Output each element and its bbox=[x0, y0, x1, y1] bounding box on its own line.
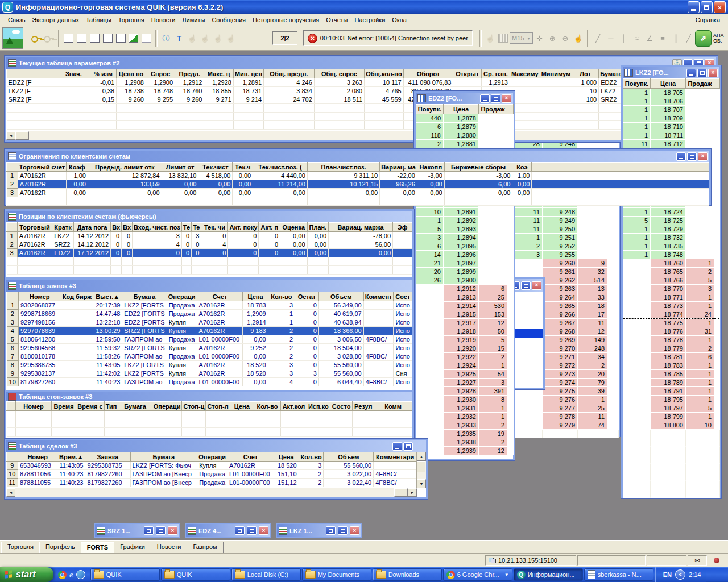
chrome-icon[interactable] bbox=[58, 571, 67, 579]
column-header[interactable] bbox=[7, 223, 18, 232]
column-header[interactable]: Лот bbox=[572, 69, 599, 78]
column-header[interactable]: Торговый счет bbox=[18, 163, 66, 172]
column-header[interactable]: Время с bbox=[76, 402, 104, 411]
table-row[interactable] bbox=[7, 419, 412, 428]
language-indicator[interactable]: EN bbox=[663, 571, 672, 578]
column-header[interactable]: Общ.кол-во bbox=[365, 69, 403, 78]
window-titlebar[interactable]: Таблица сделок #3 bbox=[6, 440, 426, 452]
book-column-header[interactable]: Продаж bbox=[479, 105, 507, 114]
book-row[interactable]: 1,2914530 bbox=[416, 302, 514, 310]
taskbar-button-quik1[interactable]: QUIK bbox=[90, 568, 160, 581]
window-lkz2-depth[interactable]: LKZ2 [FO... × Покупк.ЦенаПродаж118 70511… bbox=[621, 65, 721, 498]
window-orders[interactable]: Таблица заявок #3 НомерКод биржВыст.▲Бум… bbox=[5, 278, 414, 392]
column-header[interactable]: Общ. спрос bbox=[314, 69, 364, 78]
menu-item-7[interactable]: Неторговые поручения bbox=[249, 15, 322, 24]
zoom-in-icon[interactable]: ⊕ bbox=[547, 32, 559, 44]
close-button[interactable]: × bbox=[350, 526, 359, 535]
menu-item-3[interactable]: Торговля bbox=[115, 15, 148, 24]
book-row[interactable] bbox=[623, 455, 720, 464]
volume-chart-icon[interactable] bbox=[497, 32, 509, 44]
column-header[interactable]: Стоп-л bbox=[206, 402, 230, 411]
table-row[interactable]: 4929707863913:00:29SRZ2 [FORTSКупляA7016… bbox=[7, 327, 412, 335]
book-row[interactable]: 118 735 bbox=[623, 242, 720, 251]
column-header[interactable]: Оборот bbox=[403, 69, 453, 78]
minimized-window-srz[interactable]: SRZ 1... × bbox=[94, 523, 180, 538]
book-row[interactable]: 1,29195 bbox=[416, 336, 514, 344]
column-header[interactable]: Мин. цен bbox=[233, 69, 263, 78]
window-stop-orders[interactable]: Таблица стоп-заявок #3 НомерВремяВремя с… bbox=[5, 390, 414, 439]
column-header[interactable]: Коэ bbox=[512, 163, 532, 172]
book-row[interactable]: 1,29126 bbox=[416, 285, 514, 293]
table-row[interactable]: SRZ2 [F0,159 2609 2559 2609 2719 21424 7… bbox=[7, 95, 716, 104]
column-header[interactable]: Счет bbox=[228, 452, 274, 462]
table-row[interactable]: 3A70162REDZ217.12.2012000000000,000,000,… bbox=[7, 249, 412, 257]
column-header[interactable]: Тип bbox=[104, 402, 118, 411]
vline-tool-icon[interactable]: │ bbox=[618, 32, 630, 44]
book-row[interactable]: 119 250 bbox=[514, 225, 619, 234]
book-row[interactable]: 18 7711 bbox=[623, 293, 720, 302]
chart-hand-icon[interactable]: ☝ bbox=[485, 32, 497, 44]
book-row[interactable]: 1118 712 bbox=[623, 140, 720, 148]
column-header[interactable] bbox=[7, 402, 16, 411]
hline-tool-icon[interactable]: ─ bbox=[605, 32, 617, 44]
book-row[interactable] bbox=[623, 430, 720, 438]
minimize-button[interactable] bbox=[480, 94, 490, 103]
hand-tool-icon-4[interactable]: ☝ bbox=[225, 32, 237, 44]
book-row[interactable]: 18 7831 bbox=[623, 361, 720, 370]
book-row[interactable]: 9 2609 bbox=[514, 259, 619, 268]
column-header[interactable]: Цена по bbox=[117, 69, 146, 78]
book-row[interactable]: 18 7991 bbox=[623, 413, 720, 421]
connect-picture-button[interactable] bbox=[2, 27, 23, 49]
column-header[interactable]: Минимум bbox=[540, 69, 572, 78]
book-row[interactable]: 118 710 bbox=[623, 123, 720, 131]
restore-button[interactable] bbox=[326, 526, 336, 535]
book-row[interactable] bbox=[623, 438, 720, 447]
taskbar-button-chrome-group[interactable]: 6 Google Chr... ▼ bbox=[443, 568, 512, 581]
horizontal-scrollbar[interactable]: ◄ ► bbox=[6, 488, 417, 497]
scroll-up-button[interactable]: ▲ bbox=[417, 452, 426, 461]
mail-panel[interactable]: ✉ bbox=[688, 555, 707, 566]
column-header[interactable]: Оценка bbox=[280, 223, 307, 232]
close-button[interactable]: × bbox=[168, 526, 177, 535]
book-row[interactable] bbox=[623, 447, 720, 455]
column-header[interactable]: Счет bbox=[197, 292, 243, 301]
window-titlebar[interactable]: Ограничения по клиентским счетам × bbox=[6, 151, 709, 162]
book-row[interactable]: 1,29222 bbox=[416, 353, 514, 361]
table-row[interactable] bbox=[7, 257, 412, 266]
book-row[interactable]: 18 7781 bbox=[623, 336, 720, 344]
book-row[interactable]: 1,293912 bbox=[416, 447, 514, 455]
column-header[interactable]: Стоп-ц bbox=[182, 402, 206, 411]
excel-export-icon[interactable] bbox=[127, 32, 139, 44]
restore-button[interactable] bbox=[144, 526, 154, 535]
table-row[interactable]: 965304659311:43:059295388735LKZ2 [FORTS:… bbox=[7, 462, 417, 470]
column-header[interactable]: Кол-во bbox=[299, 452, 324, 462]
table-row[interactable]: 2929871866914:47:48EDZ2 [FORTSПродажаA70… bbox=[7, 310, 412, 318]
column-header[interactable]: Дата пога bbox=[73, 223, 110, 232]
book-row[interactable]: 18 7703 bbox=[623, 285, 720, 293]
table-row[interactable]: 1087881105611:40:238179827260ГАЗПРОМ ао … bbox=[7, 470, 417, 479]
move-tool-icon[interactable]: ✛ bbox=[533, 32, 545, 44]
column-header[interactable]: Объем bbox=[324, 452, 374, 462]
table-row[interactable]: 10817982726011:40:23ГАЗПРОМ аоПродажаL01… bbox=[7, 378, 412, 386]
book-row[interactable]: 118 705 bbox=[623, 89, 720, 97]
scroll-left-button[interactable]: ◄ bbox=[6, 488, 15, 497]
book-row[interactable]: 518 725 bbox=[623, 217, 720, 225]
close-button[interactable]: × bbox=[708, 69, 718, 77]
column-header[interactable]: Цена bbox=[243, 292, 268, 301]
book-row[interactable]: 261,2900 bbox=[416, 276, 514, 285]
timeframe-select[interactable]: M15▼ bbox=[510, 32, 533, 44]
scroll-thumb[interactable] bbox=[15, 131, 29, 140]
info-balloon-icon[interactable]: ⓘ bbox=[160, 32, 172, 44]
column-header[interactable]: Кратк bbox=[52, 223, 74, 232]
column-header[interactable]: Остат bbox=[295, 292, 319, 301]
column-header[interactable]: Бумага bbox=[122, 292, 167, 301]
book-row[interactable] bbox=[514, 430, 619, 438]
fibo-arc-tool-icon[interactable]: ≈ bbox=[631, 32, 643, 44]
column-header[interactable]: Вариац. ма bbox=[380, 163, 417, 172]
column-header[interactable]: Открыт bbox=[453, 69, 482, 78]
fibo-fan-tool-icon[interactable]: ∠ bbox=[644, 32, 656, 44]
column-header[interactable]: Коэф bbox=[67, 163, 88, 172]
table-row[interactable]: 1A70162R1,0012 872,8413 832,104 518,000,… bbox=[7, 172, 709, 180]
book-row[interactable]: 1,29321 bbox=[416, 413, 514, 421]
window-trades[interactable]: Таблица сделок #3 НомерВрем.▲ЗаявкаБумаг… bbox=[5, 439, 428, 499]
